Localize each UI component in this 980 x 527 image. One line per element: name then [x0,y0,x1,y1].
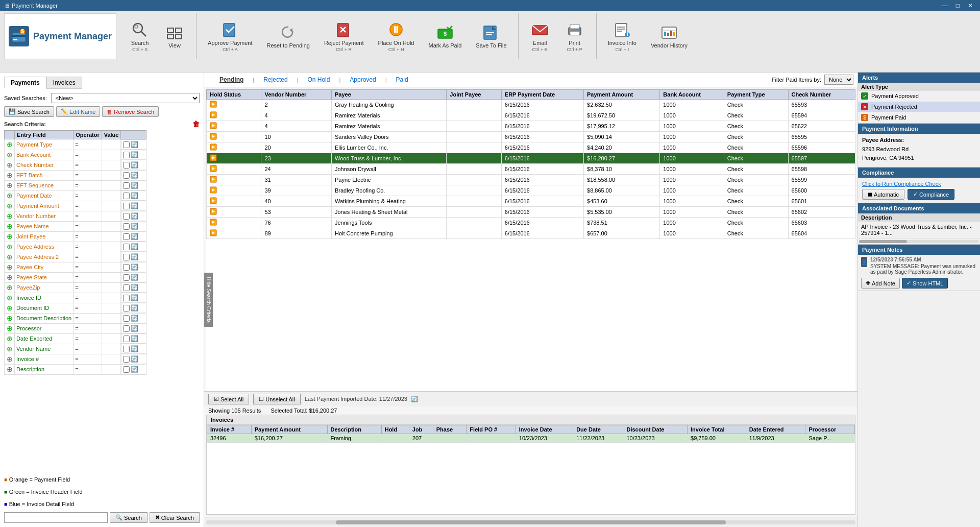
select-all-button[interactable]: ☑ Select All [208,394,249,404]
tab-invoices[interactable]: Invoices [46,77,82,89]
criteria-value[interactable] [102,323,121,333]
criteria-value[interactable] [102,190,121,201]
unselect-all-button[interactable]: ☐ Unselect All [253,394,300,404]
clear-search-button[interactable]: ✖ Clear Search [150,512,200,523]
criteria-refresh-btn[interactable]: 🔄 [131,182,138,189]
filter-pending[interactable]: Pending [214,75,249,85]
criteria-refresh-btn[interactable]: 🔄 [131,304,138,312]
criteria-checkbox[interactable] [123,305,130,312]
criteria-value[interactable] [102,313,121,323]
criteria-checkbox[interactable] [123,295,130,301]
search-input[interactable] [4,512,108,523]
add-criteria-btn[interactable]: ⊕ [7,161,13,169]
criteria-field[interactable]: Document ID [15,303,74,313]
criteria-value[interactable] [102,201,121,211]
criteria-checkbox[interactable] [123,346,130,352]
payment-row[interactable]: 2 Gray Heating & Cooling 6/15/2016 $2,63… [207,100,855,110]
alert-row-paid[interactable]: $ Payment Paid [858,112,980,123]
criteria-value[interactable] [102,374,121,375]
criteria-checkbox[interactable] [123,244,130,250]
criteria-refresh-btn[interactable]: 🔄 [131,243,138,250]
clear-criteria-button[interactable]: 🗑 [192,120,200,128]
criteria-refresh-btn[interactable]: 🔄 [131,345,138,352]
payment-row[interactable]: 39 Bradley Roofing Co. 6/15/2016 $8,865.… [207,185,855,196]
tab-payments[interactable]: Payments [4,77,46,89]
remove-search-button[interactable]: 🗑 Remove Search [102,106,159,117]
add-note-button[interactable]: ✚ Add Note [861,278,900,289]
payment-row[interactable]: 4 Ramirez Materials 6/15/2016 $17,995.12… [207,121,855,132]
filter-paid[interactable]: Paid [391,75,413,85]
criteria-checkbox[interactable] [123,203,130,209]
criteria-checkbox[interactable] [123,325,130,332]
criteria-checkbox[interactable] [123,213,130,220]
add-criteria-btn[interactable]: ⊕ [7,191,13,200]
criteria-field[interactable]: Document Description [15,313,74,323]
criteria-refresh-btn[interactable]: 🔄 [131,151,138,158]
toolbar-savetofile[interactable]: Save To File [471,13,511,59]
payment-row[interactable]: 23 Wood Truss & Lumber, Inc. 6/15/2016 $… [207,153,855,164]
criteria-refresh-btn[interactable]: 🔄 [131,141,138,148]
criteria-refresh-btn[interactable]: 🔄 [131,294,138,301]
criteria-checkbox[interactable] [123,284,130,291]
toolbar-approve[interactable]: Approve Payment Ctrl + A [203,13,257,59]
payment-row[interactable]: 53 Jones Heating & Sheet Metal 6/15/2016… [207,207,855,218]
criteria-value[interactable] [102,333,121,344]
toolbar-view[interactable]: View [159,13,190,59]
add-criteria-btn[interactable]: ⊕ [7,151,13,159]
criteria-checkbox[interactable] [123,182,130,189]
toolbar-reset[interactable]: Reset to Pending [262,13,315,59]
add-criteria-btn[interactable]: ⊕ [7,212,13,220]
criteria-value[interactable] [102,242,121,252]
criteria-field[interactable]: PayeeZip [15,282,74,293]
criteria-refresh-btn[interactable]: 🔄 [131,172,138,179]
criteria-value[interactable] [102,262,121,272]
criteria-field[interactable]: Processor [15,323,74,333]
add-criteria-btn[interactable]: ⊕ [7,314,13,322]
criteria-field[interactable]: Bank Account [15,150,74,160]
criteria-refresh-btn[interactable]: 🔄 [131,335,138,342]
add-criteria-btn[interactable]: ⊕ [7,273,13,281]
criteria-checkbox[interactable] [123,141,130,148]
criteria-value[interactable] [102,252,121,262]
criteria-value[interactable] [102,211,121,221]
criteria-field[interactable]: Vendor Name [15,344,74,354]
add-criteria-btn[interactable]: ⊕ [7,365,13,373]
show-html-button[interactable]: ✓ Show HTML [902,278,948,289]
criteria-checkbox[interactable] [123,172,130,179]
criteria-field[interactable]: Check Number [15,160,74,170]
criteria-refresh-btn[interactable]: 🔄 [131,315,138,322]
add-criteria-btn[interactable]: ⊕ [7,181,13,189]
criteria-value[interactable] [102,139,121,150]
toolbar-invoiceinfo[interactable]: i Invoice Info Ctrl + I [603,13,642,59]
toolbar-markpaid[interactable]: $ Mark As Paid [423,13,467,59]
add-criteria-btn[interactable]: ⊕ [7,232,13,241]
criteria-refresh-btn[interactable]: 🔄 [131,212,138,220]
search-button[interactable]: 🔍 Search [110,512,148,523]
filter-rejected[interactable]: Rejected [258,75,292,85]
criteria-value[interactable] [102,170,121,180]
criteria-checkbox[interactable] [123,264,130,271]
saved-searches-dropdown[interactable]: <New> [51,93,200,103]
criteria-field[interactable]: Joint Payee [15,231,74,242]
criteria-value[interactable] [102,293,121,303]
add-criteria-btn[interactable]: ⊕ [7,202,13,210]
criteria-refresh-btn[interactable]: 🔄 [131,264,138,271]
criteria-value[interactable] [102,231,121,242]
add-criteria-btn[interactable]: ⊕ [7,140,13,149]
toolbar-vendorhistory[interactable]: Vendor History [646,13,693,59]
criteria-refresh-btn[interactable]: 🔄 [131,253,138,260]
criteria-value[interactable] [102,354,121,364]
criteria-checkbox[interactable] [123,254,130,260]
add-criteria-btn[interactable]: ⊕ [7,334,13,343]
toolbar-hold[interactable]: Place On Hold Ctrl + H [373,13,420,59]
add-criteria-btn[interactable]: ⊕ [7,294,13,302]
criteria-field[interactable]: Date Exported [15,333,74,344]
criteria-refresh-btn[interactable]: 🔄 [131,325,138,332]
criteria-checkbox[interactable] [123,152,130,158]
payment-row[interactable]: 31 Payne Electric 6/15/2016 $18,558.00 1… [207,175,855,185]
toolbar-reject[interactable]: Reject Payment Ctrl + R [319,13,369,59]
criteria-field[interactable]: EFT Sequence [15,180,74,190]
criteria-value[interactable] [102,303,121,313]
criteria-checkbox[interactable] [123,366,130,373]
alert-row-approved[interactable]: ✓ Payment Approved [858,91,980,102]
